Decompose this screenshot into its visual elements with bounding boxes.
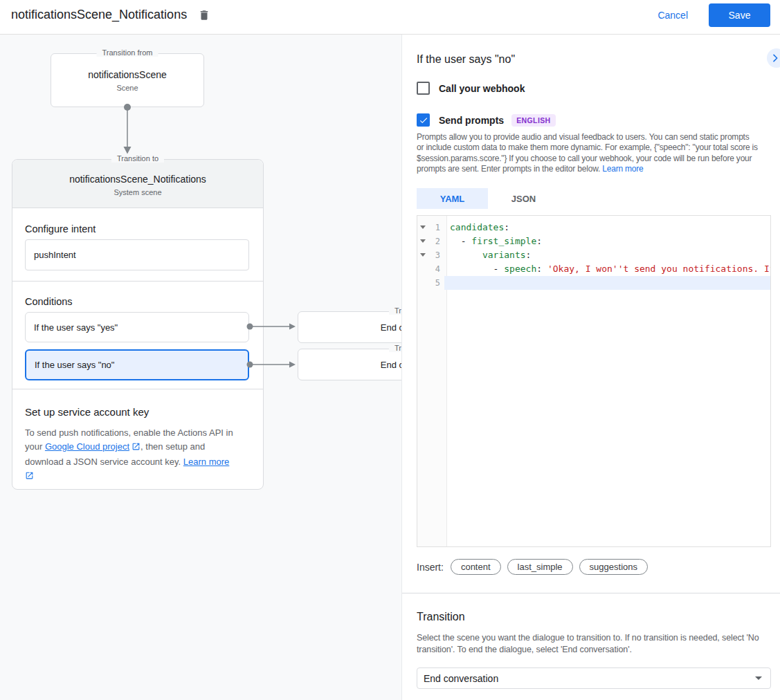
insert-content-button[interactable]: content <box>451 559 501 575</box>
line-number: 1 <box>428 221 444 234</box>
node-end-conversation[interactable]: Transition to End conversation <box>298 349 401 380</box>
webhook-row: Call your webhook <box>417 82 525 95</box>
insert-suggestions-button[interactable]: suggestions <box>579 559 648 575</box>
page-title: notificationsScene_Notifications <box>11 8 187 22</box>
code-line[interactable]: 3 variants: <box>417 248 770 262</box>
node-name: End conversation <box>298 312 401 342</box>
service-key-text: To send push notifications, enable the A… <box>25 426 251 484</box>
service-key-section: Set up service account key To send push … <box>12 389 263 489</box>
transition-title: Transition <box>417 611 465 623</box>
language-badge: ENGLISH <box>511 114 555 127</box>
tab-json[interactable]: JSON <box>488 188 559 209</box>
learn-more-link[interactable]: Learn more <box>183 457 229 467</box>
code-line[interactable]: 2 - first_simple: <box>417 234 770 248</box>
code-lines: 1candidates:2 - first_simple:3 variants:… <box>417 221 770 290</box>
call-webhook-checkbox[interactable] <box>417 82 430 95</box>
code-line[interactable]: 4 - speech: 'Okay, I won''t send you not… <box>417 262 770 276</box>
line-number: 3 <box>428 248 444 262</box>
condition-detail-panel: If the user says "no" Call your webhook … <box>401 35 780 700</box>
line-number: 2 <box>428 234 444 248</box>
fold-spacer <box>417 276 428 290</box>
transition-select[interactable]: End conversation <box>417 667 771 689</box>
insert-row: Insert: content last_simple suggestions <box>417 559 654 575</box>
node-legend: Transition from <box>97 48 158 57</box>
line-number: 4 <box>428 262 444 276</box>
conditions-section: Conditions If the user says "yes" If the… <box>12 282 263 389</box>
save-button[interactable]: Save <box>709 3 770 27</box>
call-webhook-label: Call your webhook <box>439 83 525 94</box>
node-name: notificationsScene_Notifications <box>12 160 263 185</box>
insert-last-simple-button[interactable]: last_simple <box>507 559 573 575</box>
delete-icon[interactable] <box>198 9 210 21</box>
header: notificationsScene_Notifications Cancel … <box>0 0 780 35</box>
transition-value: End conversation <box>424 673 755 684</box>
intent-field[interactable]: pushIntent <box>25 239 249 270</box>
node-type: Scene <box>51 84 203 92</box>
external-link-icon <box>131 441 140 455</box>
node-type: System scene <box>12 188 263 196</box>
node-name: notificationsScene <box>51 54 203 80</box>
page: notificationsScene_Notifications Cancel … <box>0 0 780 700</box>
transition-description: Select the scene you want the dialogue t… <box>417 632 768 656</box>
condition-item-yes[interactable]: If the user says "yes" <box>25 312 249 342</box>
panel-title: If the user says "no" <box>417 53 515 66</box>
send-prompts-label: Send prompts <box>439 115 504 126</box>
node-legend: Transition to <box>389 344 401 352</box>
scene-card-header[interactable]: Transition to notificationsScene_Notific… <box>12 160 263 208</box>
section-title: Configure intent <box>25 208 251 234</box>
insert-label: Insert: <box>417 562 444 573</box>
configure-intent-section: Configure intent pushIntent <box>12 208 263 282</box>
condition-label: If the user says "yes" <box>34 322 118 333</box>
node-legend: Transition to <box>111 154 164 163</box>
code-editor[interactable]: 1candidates:2 - first_simple:3 variants:… <box>417 215 771 547</box>
fold-spacer <box>417 262 428 276</box>
editor-tabs: YAML JSON <box>417 188 559 209</box>
scene-diagram-panel: Transition from notificationsScene Scene… <box>0 35 401 700</box>
tab-yaml[interactable]: YAML <box>417 188 488 209</box>
section-title: Conditions <box>25 282 251 307</box>
section-divider <box>402 593 780 593</box>
external-link-icon <box>25 470 34 484</box>
code-text: - speech: 'Okay, I won''t send you notif… <box>444 262 770 276</box>
scene-card: Transition to notificationsScene_Notific… <box>12 159 264 490</box>
fold-arrow-icon[interactable] <box>417 248 428 262</box>
condition-label: If the user says "no" <box>35 360 114 370</box>
send-prompts-checkbox[interactable] <box>417 113 430 127</box>
intent-value: pushIntent <box>34 250 76 260</box>
code-text <box>444 276 770 290</box>
fold-arrow-icon[interactable] <box>417 221 428 234</box>
condition-item-no[interactable]: If the user says "no" <box>25 349 249 380</box>
code-text: candidates: <box>444 221 770 234</box>
code-text: variants: <box>444 248 770 262</box>
cancel-button[interactable]: Cancel <box>657 10 688 21</box>
node-legend: Transition to <box>389 306 401 315</box>
code-text: - first_simple: <box>444 234 770 248</box>
node-name: End conversation <box>298 349 401 380</box>
prompts-description: Prompts allow you to provide audio and v… <box>417 132 780 174</box>
learn-more-link[interactable]: Learn more <box>602 164 643 174</box>
prompts-row: Send prompts ENGLISH <box>417 113 556 127</box>
node-end-conversation[interactable]: Transition to End conversation <box>298 311 401 343</box>
google-cloud-project-link[interactable]: Google Cloud project <box>45 441 129 452</box>
fold-arrow-icon[interactable] <box>417 234 428 248</box>
section-title: Set up service account key <box>25 389 251 418</box>
code-line[interactable]: 1candidates: <box>417 221 770 234</box>
collapse-panel-button[interactable] <box>767 48 780 68</box>
node-transition-from[interactable]: Transition from notificationsScene Scene <box>51 53 204 107</box>
dropdown-caret-icon <box>755 676 762 680</box>
line-number: 5 <box>428 276 444 290</box>
code-line[interactable]: 5 <box>417 276 770 290</box>
